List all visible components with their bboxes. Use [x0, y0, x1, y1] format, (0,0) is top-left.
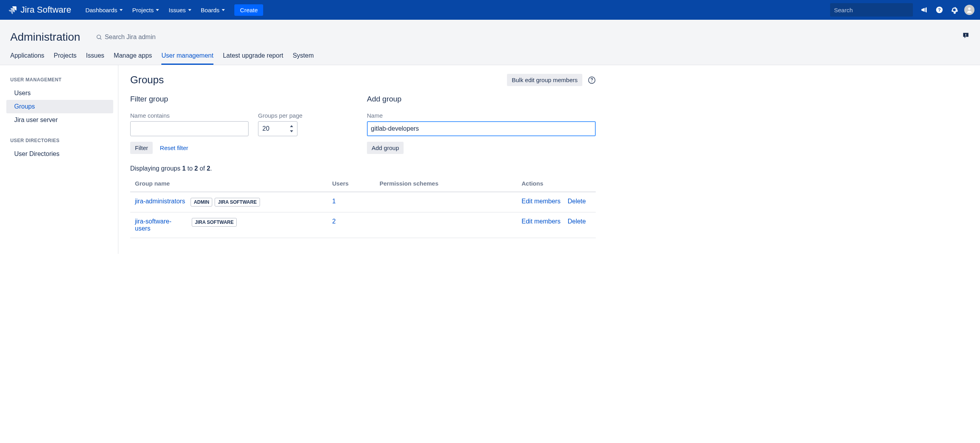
table-row: jira-software-users JIRA SOFTWARE 2 Edit… [130, 212, 596, 238]
displaying-text: Displaying groups [130, 165, 182, 172]
users-count-link[interactable]: 1 [332, 198, 336, 205]
nav-item-label: Issues [168, 7, 185, 13]
help-icon: ? [935, 6, 943, 14]
per-page-value: 20 [262, 125, 269, 132]
profile-button[interactable] [962, 0, 977, 20]
feedback-button[interactable] [962, 32, 970, 41]
col-group-name: Group name [135, 180, 332, 187]
delete-link[interactable]: Delete [568, 198, 586, 205]
col-permission-schemes: Permission schemes [380, 180, 522, 187]
displaying-text: of [198, 165, 207, 172]
table-header: Group name Users Permission schemes Acti… [130, 180, 596, 192]
delete-link[interactable]: Delete [568, 218, 586, 225]
svg-rect-7 [965, 34, 966, 36]
group-name-link[interactable]: jira-software-users [135, 218, 186, 232]
displaying-total: 2 [207, 165, 210, 172]
svg-rect-8 [965, 36, 966, 37]
search-icon [96, 34, 102, 40]
sidebar-group-title: USER MANAGEMENT [10, 77, 111, 83]
settings-button[interactable] [947, 0, 962, 20]
notifications-button[interactable] [917, 0, 932, 20]
badge: ADMIN [191, 198, 212, 206]
help-button[interactable]: ? [932, 0, 947, 20]
add-name-label: Name [367, 112, 596, 119]
displaying-to: 2 [195, 165, 198, 172]
tab-manage-apps[interactable]: Manage apps [114, 47, 152, 65]
col-actions: Actions [522, 180, 591, 187]
tab-issues[interactable]: Issues [86, 47, 104, 65]
nav-projects[interactable]: Projects [127, 0, 164, 20]
svg-point-5 [97, 35, 101, 39]
chevron-down-icon [156, 9, 159, 11]
add-name-input[interactable] [367, 121, 596, 136]
filter-heading: Filter group [130, 95, 355, 103]
chevron-down-icon [222, 9, 225, 11]
sidebar-group-title: USER DIRECTORIES [10, 138, 111, 143]
sidebar-item-user-directories[interactable]: User Directories [10, 147, 111, 161]
add-group-heading: Add group [367, 95, 596, 103]
jira-logo-icon [8, 5, 17, 15]
group-name-link[interactable]: jira-administrators [135, 198, 185, 205]
nav-item-label: Projects [132, 7, 153, 13]
create-button[interactable]: Create [234, 4, 263, 16]
tab-applications[interactable]: Applications [10, 47, 44, 65]
gear-icon [950, 6, 958, 14]
brand[interactable]: Jira Software [8, 5, 71, 15]
sidebar-item-groups[interactable]: Groups [6, 100, 113, 113]
badge: JIRA SOFTWARE [215, 198, 260, 206]
bulk-edit-button[interactable]: Bulk edit group members [507, 74, 582, 86]
admin-search-placeholder: Search Jira admin [105, 34, 155, 41]
megaphone-icon [920, 6, 928, 14]
displaying-summary: Displaying groups 1 to 2 of 2. [130, 165, 596, 172]
filter-button[interactable]: Filter [130, 142, 153, 154]
global-search[interactable] [830, 3, 913, 17]
chevron-down-icon [120, 9, 123, 11]
groups-table: Group name Users Permission schemes Acti… [130, 180, 596, 238]
sidebar: USER MANAGEMENT Users Groups Jira user s… [0, 65, 118, 254]
col-users: Users [332, 180, 380, 187]
users-count-link[interactable]: 2 [332, 218, 336, 225]
nav-issues[interactable]: Issues [164, 0, 196, 20]
nav-boards[interactable]: Boards [196, 0, 230, 20]
per-page-select[interactable]: 20 [258, 121, 297, 136]
sidebar-item-jira-user-server[interactable]: Jira user server [10, 113, 111, 127]
tab-upgrade-report[interactable]: Latest upgrade report [223, 47, 283, 65]
admin-header: Administration Search Jira admin Applica… [0, 20, 980, 65]
main-content: Groups Bulk edit group members Filter gr… [118, 65, 608, 254]
nav-dashboards[interactable]: Dashboards [80, 0, 127, 20]
chevron-down-icon [188, 9, 191, 11]
sidebar-item-users[interactable]: Users [10, 86, 111, 100]
search-input[interactable] [834, 7, 909, 13]
displaying-text: . [210, 165, 212, 172]
content-title: Groups [130, 74, 164, 86]
top-nav: Jira Software Dashboards Projects Issues… [0, 0, 980, 20]
nav-item-label: Boards [201, 7, 220, 13]
badge: JIRA SOFTWARE [192, 218, 237, 227]
edit-members-link[interactable]: Edit members [522, 218, 561, 225]
name-contains-label: Name contains [130, 112, 249, 119]
page-title: Administration [10, 31, 80, 43]
tab-system[interactable]: System [293, 47, 314, 65]
tab-projects[interactable]: Projects [54, 47, 77, 65]
help-icon[interactable] [588, 76, 596, 84]
edit-members-link[interactable]: Edit members [522, 198, 561, 205]
svg-point-4 [968, 8, 971, 10]
brand-label: Jira Software [21, 5, 71, 15]
svg-point-10 [591, 81, 592, 82]
admin-tabs: Applications Projects Issues Manage apps… [0, 47, 980, 65]
avatar-icon [964, 5, 974, 15]
per-page-label: Groups per page [258, 112, 303, 119]
tab-user-management[interactable]: User management [161, 47, 213, 65]
displaying-text: to [186, 165, 195, 172]
svg-line-6 [101, 38, 102, 39]
svg-text:?: ? [938, 7, 941, 12]
displaying-from: 1 [182, 165, 186, 172]
name-contains-input[interactable] [130, 121, 249, 136]
table-row: jira-administrators ADMIN JIRA SOFTWARE … [130, 192, 596, 212]
reset-filter-link[interactable]: Reset filter [160, 145, 188, 151]
nav-item-label: Dashboards [85, 7, 117, 13]
add-group-button[interactable]: Add group [367, 142, 404, 154]
admin-search[interactable]: Search Jira admin [96, 34, 155, 41]
feedback-icon [962, 32, 970, 39]
